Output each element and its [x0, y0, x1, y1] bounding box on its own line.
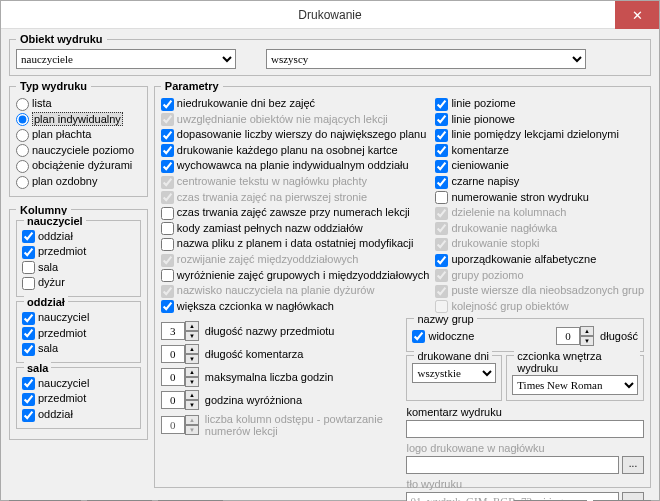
num-row-2: ▲▼maksymalna liczba godzin [161, 367, 399, 387]
typ-radio-2[interactable]: plan płachta [16, 127, 141, 143]
param-check[interactable]: dopasowanie liczby wierszy do największe… [161, 127, 430, 143]
param-check[interactable]: większa czcionka w nagłówkach [161, 299, 430, 315]
kol-check[interactable]: oddział [22, 407, 135, 423]
param-check: grupy poziomo [435, 268, 644, 284]
kol-check[interactable]: nauczyciel [22, 310, 135, 326]
obiekt-legend: Obiekt wydruku [16, 33, 107, 45]
obiekt-wydruku-group: Obiekt wydruku nauczyciele wszyscy [9, 33, 651, 76]
close-button[interactable]: ✕ [615, 1, 659, 29]
param-check[interactable]: numerowanie stron wydruku [435, 190, 644, 206]
param-check: uwzględnianie obiektów nie mających lekc… [161, 112, 430, 128]
param-check: czas trwania zajęć na pierwszej stronie [161, 190, 430, 206]
typ-radio-5[interactable]: plan ozdobny [16, 174, 141, 190]
obiekt-select-2[interactable]: wszyscy [266, 49, 586, 69]
komentarz-box: komentarz wydruku [406, 406, 644, 438]
typ-radio-4[interactable]: obciążenie dyżurami [16, 158, 141, 174]
kolumny-group: Kolumny nauczycieloddziałprzedmiotsalady… [9, 204, 148, 440]
widoczne-check[interactable]: widoczne [412, 329, 474, 345]
param-check[interactable]: linie pomiędzy lekcjami dzielonymi [435, 127, 644, 143]
kol-check[interactable]: sala [22, 260, 135, 276]
param-check: kolejność grup obiektów [435, 299, 644, 315]
param-check[interactable]: cieniowanie [435, 158, 644, 174]
param-check: centrowanie tekstu w nagłówku płachty [161, 174, 430, 190]
typ-legend: Typ wydruku [16, 80, 91, 92]
num-row-4: ▲▼liczba kolumn odstępu - powtarzanie nu… [161, 413, 399, 437]
num-row-3: ▲▼godzina wyróżniona [161, 390, 399, 410]
czcionka-box: czcionka wnętrza wydruku Times New Roman [506, 355, 644, 401]
num-spinner[interactable]: ▲▼ [161, 344, 199, 364]
typ-radio-3[interactable]: nauczyciele poziomo [16, 143, 141, 159]
param-check: dzielenie na kolumnach [435, 205, 644, 221]
tlo-box: tło wydruku ... [406, 478, 644, 501]
param-check[interactable]: wyróżnienie zajęć grupowych i międzyoddz… [161, 268, 430, 284]
parametry-legend: Parametry [161, 80, 223, 92]
num-spinner: ▲▼ [161, 415, 199, 435]
titlebar: Drukowanie ✕ [1, 1, 659, 29]
window-title: Drukowanie [298, 8, 361, 22]
logo-browse[interactable]: ... [622, 456, 644, 474]
param-check[interactable]: kody zamiast pełnych nazw oddziałów [161, 221, 430, 237]
typ-radio-1[interactable]: plan indywidualny [16, 112, 141, 128]
param-check: drukowanie stopki [435, 236, 644, 252]
dlugosc-spinner[interactable]: ▲▼ [556, 326, 594, 346]
komentarz-input[interactable] [406, 420, 644, 438]
param-check[interactable]: czas trwania zajęć zawsze przy numerach … [161, 205, 430, 221]
param-check[interactable]: drukowanie każdego planu na osobnej kart… [161, 143, 430, 159]
kol-check[interactable]: sala [22, 341, 135, 357]
param-check[interactable]: komentarze [435, 143, 644, 159]
param-check: puste wiersze dla nieobsadzonych grup [435, 283, 644, 299]
param-check[interactable]: niedrukowanie dni bez zajęć [161, 96, 430, 112]
param-check: nazwisko nauczyciela na planie dyżurów [161, 283, 430, 299]
nazwy-grup-box: nazwy grup widoczne ▲▼ długość [406, 318, 644, 352]
typ-wydruku-group: Typ wydruku listaplan indywidualnyplan p… [9, 80, 148, 197]
param-check[interactable]: uporządkowanie alfabetyczne [435, 252, 644, 268]
parametry-group: Parametry niedrukowanie dni bez zajęćuwz… [154, 80, 651, 488]
num-spinner[interactable]: ▲▼ [161, 321, 199, 341]
num-row-1: ▲▼długość komentarza [161, 344, 399, 364]
param-check[interactable]: linie pionowe [435, 112, 644, 128]
logo-box: logo drukowane w nagłówku ... [406, 442, 644, 474]
obiekt-select-1[interactable]: nauczyciele [16, 49, 236, 69]
num-row-0: ▲▼długość nazwy przedmiotu [161, 321, 399, 341]
param-check[interactable]: czarne napisy [435, 174, 644, 190]
kol-check[interactable]: dyżur [22, 275, 135, 291]
kol-check[interactable]: przedmiot [22, 244, 135, 260]
param-check[interactable]: wychowawca na planie indywidualnym oddzi… [161, 158, 430, 174]
kol-check[interactable]: oddział [22, 229, 135, 245]
drukowane-dni-box: drukowane dni wszystkie [406, 355, 502, 401]
druk-dni-select[interactable]: wszystkie [412, 363, 496, 383]
num-spinner[interactable]: ▲▼ [161, 390, 199, 410]
param-check: rozwijanie zajęć międzyoddziałowych [161, 252, 430, 268]
kol-check[interactable]: nauczyciel [22, 376, 135, 392]
num-spinner[interactable]: ▲▼ [161, 367, 199, 387]
kol-check[interactable]: przedmiot [22, 391, 135, 407]
kol-check[interactable]: przedmiot [22, 326, 135, 342]
param-check[interactable]: linie poziome [435, 96, 644, 112]
param-check[interactable]: nazwa pliku z planem i data ostatniej mo… [161, 236, 430, 252]
logo-input[interactable] [406, 456, 619, 474]
param-check: drukowanie nagłówka [435, 221, 644, 237]
typ-radio-0[interactable]: lista [16, 96, 141, 112]
czcionka-select[interactable]: Times New Roman [512, 375, 638, 395]
